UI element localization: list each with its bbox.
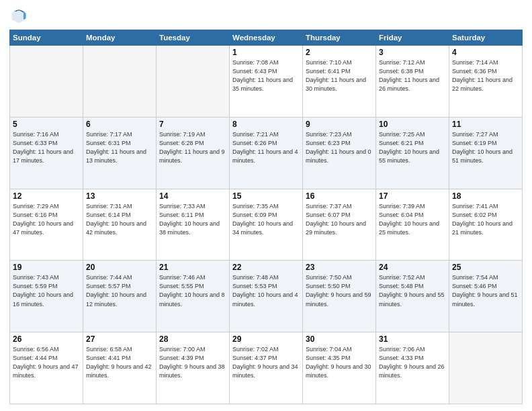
- calendar-cell: 20Sunrise: 7:44 AMSunset: 5:57 PMDayligh…: [83, 261, 157, 332]
- day-number: 25: [452, 263, 519, 272]
- day-number: 29: [232, 334, 300, 344]
- day-number: 21: [159, 263, 226, 272]
- day-number: 18: [452, 191, 519, 201]
- day-number: 9: [306, 120, 373, 129]
- calendar-cell: 19Sunrise: 7:43 AMSunset: 5:59 PMDayligh…: [10, 261, 83, 332]
- day-info: Sunrise: 7:54 AMSunset: 5:46 PMDaylight:…: [452, 273, 519, 308]
- day-number: 6: [86, 120, 153, 129]
- day-info: Sunrise: 7:06 AMSunset: 4:33 PMDaylight:…: [379, 345, 446, 380]
- day-number: 15: [232, 191, 300, 201]
- day-info: Sunrise: 7:17 AMSunset: 6:31 PMDaylight:…: [86, 130, 153, 165]
- day-number: 16: [306, 191, 373, 201]
- weekday-header: Friday: [376, 30, 449, 46]
- weekday-header-row: SundayMondayTuesdayWednesdayThursdayFrid…: [10, 30, 523, 46]
- calendar-cell: [83, 46, 157, 118]
- day-number: 13: [86, 191, 153, 201]
- calendar-cell: 27Sunrise: 6:58 AMSunset: 4:41 PMDayligh…: [83, 332, 157, 404]
- day-info: Sunrise: 7:50 AMSunset: 5:50 PMDaylight:…: [306, 273, 373, 308]
- day-info: Sunrise: 7:12 AMSunset: 6:38 PMDaylight:…: [379, 58, 446, 93]
- calendar-cell: 24Sunrise: 7:52 AMSunset: 5:48 PMDayligh…: [376, 261, 449, 332]
- calendar-cell: 16Sunrise: 7:37 AMSunset: 6:07 PMDayligh…: [303, 189, 376, 261]
- day-info: Sunrise: 7:37 AMSunset: 6:07 PMDaylight:…: [306, 202, 373, 237]
- calendar-cell: 18Sunrise: 7:41 AMSunset: 6:02 PMDayligh…: [449, 189, 523, 261]
- calendar-cell: [157, 46, 230, 118]
- day-info: Sunrise: 6:58 AMSunset: 4:41 PMDaylight:…: [86, 345, 153, 380]
- day-number: 1: [232, 48, 300, 57]
- calendar-cell: 28Sunrise: 7:00 AMSunset: 4:39 PMDayligh…: [157, 332, 230, 404]
- day-info: Sunrise: 7:31 AMSunset: 6:14 PMDaylight:…: [86, 202, 153, 237]
- day-number: 30: [306, 334, 373, 344]
- calendar-week-row: 19Sunrise: 7:43 AMSunset: 5:59 PMDayligh…: [10, 261, 523, 332]
- calendar-cell: 29Sunrise: 7:02 AMSunset: 4:37 PMDayligh…: [230, 332, 303, 404]
- calendar-cell: 5Sunrise: 7:16 AMSunset: 6:33 PMDaylight…: [10, 117, 83, 189]
- calendar-week-row: 1Sunrise: 7:08 AMSunset: 6:43 PMDaylight…: [10, 46, 523, 118]
- day-number: 11: [452, 120, 519, 129]
- calendar-cell: 11Sunrise: 7:27 AMSunset: 6:19 PMDayligh…: [449, 117, 523, 189]
- day-info: Sunrise: 7:39 AMSunset: 6:04 PMDaylight:…: [379, 202, 446, 237]
- calendar-table: SundayMondayTuesdayWednesdayThursdayFrid…: [9, 30, 523, 404]
- day-number: 8: [232, 120, 300, 129]
- calendar-cell: 12Sunrise: 7:29 AMSunset: 6:16 PMDayligh…: [10, 189, 83, 261]
- weekday-header: Tuesday: [157, 30, 230, 46]
- calendar-cell: 22Sunrise: 7:48 AMSunset: 5:53 PMDayligh…: [230, 261, 303, 332]
- day-number: 7: [159, 120, 226, 129]
- day-info: Sunrise: 6:56 AMSunset: 4:44 PMDaylight:…: [13, 345, 80, 380]
- weekday-header: Wednesday: [230, 30, 303, 46]
- day-info: Sunrise: 7:33 AMSunset: 6:11 PMDaylight:…: [159, 202, 226, 237]
- day-info: Sunrise: 7:44 AMSunset: 5:57 PMDaylight:…: [86, 273, 153, 308]
- calendar-week-row: 12Sunrise: 7:29 AMSunset: 6:16 PMDayligh…: [10, 189, 523, 261]
- calendar-cell: [449, 332, 523, 404]
- logo-icon: [9, 7, 28, 26]
- calendar-cell: 23Sunrise: 7:50 AMSunset: 5:50 PMDayligh…: [303, 261, 376, 332]
- calendar-cell: 1Sunrise: 7:08 AMSunset: 6:43 PMDaylight…: [230, 46, 303, 118]
- calendar-cell: 17Sunrise: 7:39 AMSunset: 6:04 PMDayligh…: [376, 189, 449, 261]
- header: [9, 7, 523, 26]
- day-number: 14: [159, 191, 226, 201]
- day-number: 2: [306, 48, 373, 57]
- day-info: Sunrise: 7:27 AMSunset: 6:19 PMDaylight:…: [452, 130, 519, 165]
- day-number: 27: [86, 334, 153, 344]
- day-number: 3: [379, 48, 446, 57]
- weekday-header: Sunday: [10, 30, 83, 46]
- calendar-cell: 8Sunrise: 7:21 AMSunset: 6:26 PMDaylight…: [230, 117, 303, 189]
- day-info: Sunrise: 7:43 AMSunset: 5:59 PMDaylight:…: [13, 273, 80, 308]
- day-number: 26: [13, 334, 80, 344]
- day-info: Sunrise: 7:23 AMSunset: 6:23 PMDaylight:…: [306, 130, 373, 165]
- day-info: Sunrise: 7:19 AMSunset: 6:28 PMDaylight:…: [159, 130, 226, 165]
- calendar-cell: 26Sunrise: 6:56 AMSunset: 4:44 PMDayligh…: [10, 332, 83, 404]
- day-number: 17: [379, 191, 446, 201]
- day-number: 31: [379, 334, 446, 344]
- day-number: 23: [306, 263, 373, 272]
- calendar-cell: 13Sunrise: 7:31 AMSunset: 6:14 PMDayligh…: [83, 189, 157, 261]
- day-number: 10: [379, 120, 446, 129]
- calendar-week-row: 5Sunrise: 7:16 AMSunset: 6:33 PMDaylight…: [10, 117, 523, 189]
- calendar-cell: [10, 46, 83, 118]
- calendar-cell: 15Sunrise: 7:35 AMSunset: 6:09 PMDayligh…: [230, 189, 303, 261]
- weekday-header: Thursday: [303, 30, 376, 46]
- day-info: Sunrise: 7:35 AMSunset: 6:09 PMDaylight:…: [232, 202, 300, 237]
- day-number: 5: [13, 120, 80, 129]
- calendar-week-row: 26Sunrise: 6:56 AMSunset: 4:44 PMDayligh…: [10, 332, 523, 404]
- day-info: Sunrise: 7:29 AMSunset: 6:16 PMDaylight:…: [13, 202, 80, 237]
- calendar-cell: 3Sunrise: 7:12 AMSunset: 6:38 PMDaylight…: [376, 46, 449, 118]
- calendar-cell: 30Sunrise: 7:04 AMSunset: 4:35 PMDayligh…: [303, 332, 376, 404]
- weekday-header: Monday: [83, 30, 157, 46]
- day-info: Sunrise: 7:02 AMSunset: 4:37 PMDaylight:…: [232, 345, 300, 380]
- logo: [9, 7, 31, 26]
- calendar-cell: 6Sunrise: 7:17 AMSunset: 6:31 PMDaylight…: [83, 117, 157, 189]
- calendar-cell: 14Sunrise: 7:33 AMSunset: 6:11 PMDayligh…: [157, 189, 230, 261]
- day-info: Sunrise: 7:25 AMSunset: 6:21 PMDaylight:…: [379, 130, 446, 165]
- weekday-header: Saturday: [449, 30, 523, 46]
- day-info: Sunrise: 7:10 AMSunset: 6:41 PMDaylight:…: [306, 58, 373, 93]
- calendar-cell: 7Sunrise: 7:19 AMSunset: 6:28 PMDaylight…: [157, 117, 230, 189]
- calendar-cell: 25Sunrise: 7:54 AMSunset: 5:46 PMDayligh…: [449, 261, 523, 332]
- day-info: Sunrise: 7:52 AMSunset: 5:48 PMDaylight:…: [379, 273, 446, 308]
- day-number: 20: [86, 263, 153, 272]
- day-number: 12: [13, 191, 80, 201]
- day-number: 24: [379, 263, 446, 272]
- day-info: Sunrise: 7:16 AMSunset: 6:33 PMDaylight:…: [13, 130, 80, 165]
- day-info: Sunrise: 7:08 AMSunset: 6:43 PMDaylight:…: [232, 58, 300, 93]
- day-number: 4: [452, 48, 519, 57]
- calendar-cell: 9Sunrise: 7:23 AMSunset: 6:23 PMDaylight…: [303, 117, 376, 189]
- day-info: Sunrise: 7:46 AMSunset: 5:55 PMDaylight:…: [159, 273, 226, 308]
